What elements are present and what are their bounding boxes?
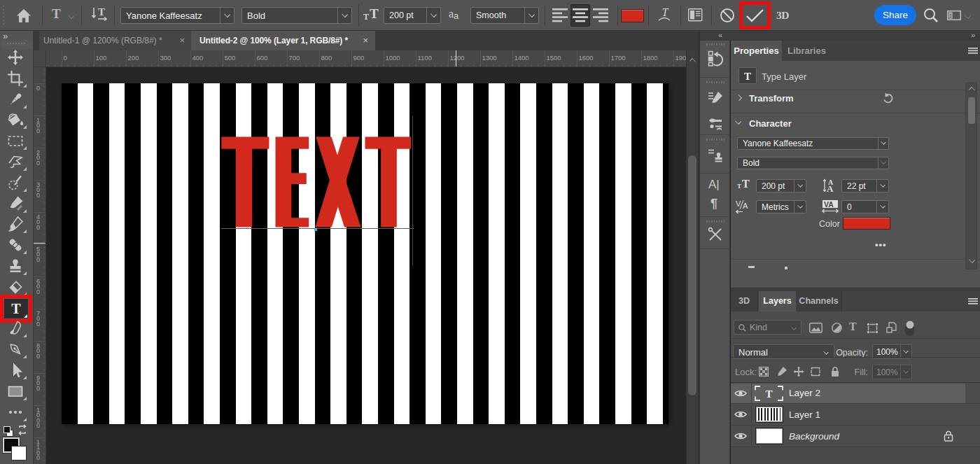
svg-text:T: T xyxy=(662,6,669,18)
svg-text:¶: ¶ xyxy=(710,197,718,211)
svg-text:A|: A| xyxy=(708,178,720,191)
svg-text:T: T xyxy=(98,6,105,17)
svg-text:A: A xyxy=(827,183,834,194)
svg-text:VA: VA xyxy=(824,200,834,209)
svg-text:V: V xyxy=(736,199,741,208)
svg-text:T: T xyxy=(765,388,772,400)
svg-text:A: A xyxy=(743,202,748,210)
